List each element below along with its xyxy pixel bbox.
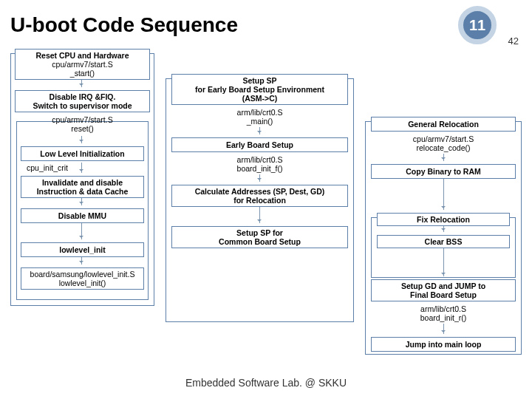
arrow-col1-5 <box>81 223 82 239</box>
cpu-init-crit-label: cpu_init_crit <box>21 163 87 172</box>
main-path: arm/lib/crt0.S <box>171 108 348 117</box>
reset-fn: _start() <box>70 69 95 78</box>
setup-gd-text: Setup GD and JUMP to Final Board Setup <box>401 282 485 299</box>
disable-irq-path: cpu/armv7/start.S <box>15 115 150 124</box>
arrow-col2-2 <box>259 174 260 182</box>
arrow-col1-3 <box>81 163 82 173</box>
invalidate-text: Invalidate and disable Instruction & dat… <box>37 178 129 196</box>
disable-irq-title: Disable IRQ &FIQ. Switch to supervisor m… <box>33 92 132 110</box>
arrow-col1-2 <box>81 136 82 143</box>
box-lowlevel-init: lowlevel_init <box>21 242 144 257</box>
arrow-col1-6 <box>81 257 82 265</box>
arrow-col3-5 <box>443 324 444 334</box>
box-clear-bss: Clear BSS <box>377 235 510 248</box>
early-board-label: arm/lib/crt0.S board_init_f() <box>171 155 348 173</box>
gen-reloc-label: cpu/armv7/start.S relocate_code() <box>371 134 516 152</box>
early-board-text: Early Board Setup <box>226 140 293 149</box>
arrow-col3-4 <box>443 248 444 276</box>
box-copy-ram: Copy Binary to RAM <box>371 164 516 179</box>
box-fix-reloc: Fix Relocation <box>377 213 510 226</box>
clear-bss-text: Clear BSS <box>425 237 463 246</box>
box-setup-sp-common: Setup SP for Common Board Setup <box>171 226 348 248</box>
lowlevel-init-path: board/samsung/lowlevel_init.S <box>30 270 135 279</box>
box-invalidate: Invalidate and disable Instruction & dat… <box>21 176 144 198</box>
box-jump-main: Jump into main loop <box>371 337 516 352</box>
footer: Embedded Software Lab. @ SKKU <box>0 377 532 389</box>
box-setup-gd: Setup GD and JUMP to Final Board Setup <box>371 279 516 301</box>
disable-irq-label: cpu/armv7/start.S reset() <box>15 115 150 133</box>
box-early-board: Early Board Setup <box>171 137 348 152</box>
slide: U-boot Code Sequence 11 42 Reset CPU and… <box>0 0 532 399</box>
arrow-col1-4 <box>81 198 82 205</box>
arrow-col3-1 <box>443 154 444 161</box>
gen-reloc-fn: relocate_code() <box>371 143 516 152</box>
arrow-col3-3 <box>443 226 444 232</box>
disable-irq-fn: reset() <box>15 124 150 133</box>
setup-gd-label: arm/lib/crt0.S board_init_r() <box>371 304 516 322</box>
arrow-col1-1 <box>81 80 82 87</box>
arrow-col2-3 <box>259 207 260 223</box>
main-fn: _main() <box>171 117 348 126</box>
reset-title: Reset CPU and Hardware <box>35 51 129 60</box>
page-total: 42 <box>508 35 519 47</box>
gen-reloc-text: General Relocation <box>408 120 479 129</box>
lowlevel-init-fn: lowlevel_init() <box>59 279 106 287</box>
box-lli: Low Level Initialization <box>21 146 144 161</box>
box-reset: Reset CPU and Hardware cpu/armv7/start.S… <box>15 49 150 80</box>
calc-addr-text: Calculate Addresses (SP, Dest, GD) for R… <box>195 187 325 205</box>
reset-path: cpu/armv7/start.S <box>52 60 112 69</box>
lowlevel-init-text: lowlevel_init <box>59 245 105 254</box>
box-disable-irq: Disable IRQ &FIQ. Switch to supervisor m… <box>15 90 150 112</box>
gen-reloc-path: cpu/armv7/start.S <box>371 134 516 143</box>
setup-sp-common-text: Setup SP for Common Board Setup <box>219 228 301 246</box>
box-calc-addr: Calculate Addresses (SP, Dest, GD) for R… <box>171 185 348 207</box>
early-board-fn: board_init_f() <box>171 164 348 173</box>
copy-ram-text: Copy Binary to RAM <box>406 167 481 176</box>
disable-mmu-text: Disable MMU <box>58 211 106 220</box>
lli-title: Low Level Initialization <box>40 149 124 158</box>
page-title: U-boot Code Sequence <box>10 13 238 37</box>
arrow-col3-2 <box>443 179 444 210</box>
diagram: Reset CPU and Hardware cpu/armv7/start.S… <box>10 53 523 355</box>
early-board-path: arm/lib/crt0.S <box>171 155 348 164</box>
main-label: arm/lib/crt0.S _main() <box>171 108 348 126</box>
setup-gd-path: arm/lib/crt0.S <box>371 304 516 313</box>
box-setup-sp: Setup SP for Early Board Setup Environme… <box>171 74 348 105</box>
cpu-init-crit: cpu_init_crit <box>27 163 68 172</box>
setup-sp-title: Setup SP for Early Board Setup Environme… <box>195 76 324 103</box>
page-number-badge: 11 <box>458 6 497 44</box>
setup-gd-fn: board_init_r() <box>371 313 516 322</box>
arrow-col2-1 <box>259 127 260 134</box>
jump-main-text: Jump into main loop <box>406 340 482 349</box>
box-disable-mmu: Disable MMU <box>21 208 144 223</box>
fix-reloc-text: Fix Relocation <box>417 215 470 224</box>
box-gen-reloc: General Relocation <box>371 117 516 132</box>
box-lowlevel-init-file: board/samsung/lowlevel_init.S lowlevel_i… <box>21 267 144 290</box>
